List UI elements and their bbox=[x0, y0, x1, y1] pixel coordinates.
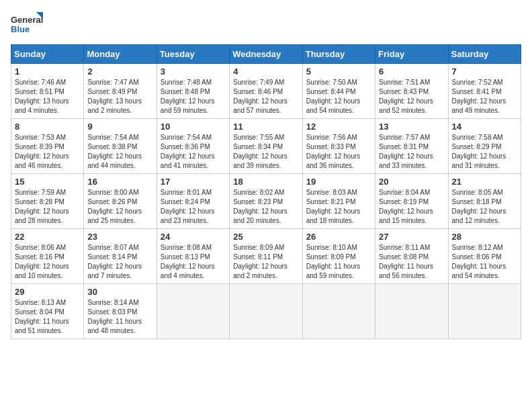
calendar-day-cell bbox=[157, 284, 229, 339]
day-number: 13 bbox=[379, 122, 444, 132]
day-of-week-header: Wednesday bbox=[230, 45, 302, 64]
day-info: Sunrise: 8:03 AMSunset: 8:21 PMDaylight:… bbox=[306, 188, 371, 226]
calendar-week-row: 8Sunrise: 7:53 AMSunset: 8:39 PMDaylight… bbox=[11, 119, 521, 174]
day-of-week-header: Saturday bbox=[448, 45, 521, 64]
day-of-week-header: Sunday bbox=[11, 45, 84, 64]
day-number: 12 bbox=[306, 122, 371, 132]
calendar-day-cell: 15Sunrise: 7:59 AMSunset: 8:28 PMDayligh… bbox=[11, 174, 84, 229]
calendar-table: SundayMondayTuesdayWednesdayThursdayFrid… bbox=[11, 44, 521, 339]
calendar-day-cell: 13Sunrise: 7:57 AMSunset: 8:31 PMDayligh… bbox=[375, 119, 448, 174]
calendar-day-cell: 7Sunrise: 7:52 AMSunset: 8:41 PMDaylight… bbox=[448, 64, 521, 119]
day-number: 25 bbox=[233, 232, 298, 242]
calendar-day-cell: 24Sunrise: 8:08 AMSunset: 8:13 PMDayligh… bbox=[157, 229, 229, 284]
day-number: 23 bbox=[87, 232, 152, 242]
calendar-day-cell bbox=[448, 284, 521, 339]
day-of-week-header: Friday bbox=[375, 45, 448, 64]
logo: General Blue bbox=[11, 11, 44, 38]
logo-svg: General Blue bbox=[11, 11, 44, 38]
calendar-day-cell: 17Sunrise: 8:01 AMSunset: 8:24 PMDayligh… bbox=[157, 174, 229, 229]
svg-text:General: General bbox=[11, 15, 43, 25]
day-number: 22 bbox=[15, 232, 80, 242]
day-number: 14 bbox=[452, 122, 517, 132]
calendar-day-cell: 29Sunrise: 8:13 AMSunset: 8:04 PMDayligh… bbox=[11, 284, 84, 339]
day-info: Sunrise: 8:14 AMSunset: 8:03 PMDaylight:… bbox=[87, 298, 152, 336]
day-info: Sunrise: 8:13 AMSunset: 8:04 PMDaylight:… bbox=[15, 298, 80, 336]
calendar-week-row: 15Sunrise: 7:59 AMSunset: 8:28 PMDayligh… bbox=[11, 174, 521, 229]
day-info: Sunrise: 8:11 AMSunset: 8:08 PMDaylight:… bbox=[379, 243, 444, 281]
day-info: Sunrise: 8:08 AMSunset: 8:13 PMDaylight:… bbox=[161, 243, 226, 281]
day-info: Sunrise: 8:02 AMSunset: 8:23 PMDaylight:… bbox=[233, 188, 298, 226]
day-number: 9 bbox=[87, 122, 152, 132]
day-info: Sunrise: 8:10 AMSunset: 8:09 PMDaylight:… bbox=[306, 243, 371, 281]
day-number: 26 bbox=[306, 232, 371, 242]
day-info: Sunrise: 8:09 AMSunset: 8:11 PMDaylight:… bbox=[233, 243, 298, 281]
day-info: Sunrise: 7:54 AMSunset: 8:36 PMDaylight:… bbox=[161, 133, 226, 171]
calendar-day-cell: 3Sunrise: 7:48 AMSunset: 8:48 PMDaylight… bbox=[157, 64, 229, 119]
day-of-week-header: Monday bbox=[84, 45, 157, 64]
day-info: Sunrise: 7:56 AMSunset: 8:33 PMDaylight:… bbox=[306, 133, 371, 171]
calendar-day-cell: 4Sunrise: 7:49 AMSunset: 8:46 PMDaylight… bbox=[230, 64, 302, 119]
day-number: 1 bbox=[15, 66, 80, 77]
day-info: Sunrise: 8:01 AMSunset: 8:24 PMDaylight:… bbox=[161, 188, 226, 226]
calendar-day-cell: 23Sunrise: 8:07 AMSunset: 8:14 PMDayligh… bbox=[84, 229, 157, 284]
calendar-day-cell: 16Sunrise: 8:00 AMSunset: 8:26 PMDayligh… bbox=[84, 174, 157, 229]
day-number: 7 bbox=[452, 66, 517, 77]
day-number: 21 bbox=[452, 177, 517, 187]
day-number: 30 bbox=[87, 287, 152, 297]
day-info: Sunrise: 7:54 AMSunset: 8:38 PMDaylight:… bbox=[87, 133, 152, 171]
day-info: Sunrise: 8:12 AMSunset: 8:06 PMDaylight:… bbox=[452, 243, 517, 281]
day-number: 3 bbox=[161, 66, 226, 77]
calendar-day-cell: 1Sunrise: 7:46 AMSunset: 8:51 PMDaylight… bbox=[11, 64, 84, 119]
calendar-day-cell: 11Sunrise: 7:55 AMSunset: 8:34 PMDayligh… bbox=[230, 119, 302, 174]
day-info: Sunrise: 8:07 AMSunset: 8:14 PMDaylight:… bbox=[87, 243, 152, 281]
day-info: Sunrise: 7:59 AMSunset: 8:28 PMDaylight:… bbox=[15, 188, 80, 226]
calendar-day-cell: 8Sunrise: 7:53 AMSunset: 8:39 PMDaylight… bbox=[11, 119, 84, 174]
svg-text:Blue: Blue bbox=[11, 24, 30, 34]
day-of-week-header: Tuesday bbox=[157, 45, 229, 64]
day-info: Sunrise: 7:46 AMSunset: 8:51 PMDaylight:… bbox=[15, 78, 80, 116]
calendar-day-cell: 14Sunrise: 7:58 AMSunset: 8:29 PMDayligh… bbox=[448, 119, 521, 174]
day-number: 15 bbox=[15, 177, 80, 187]
day-info: Sunrise: 8:00 AMSunset: 8:26 PMDaylight:… bbox=[87, 188, 152, 226]
calendar-week-row: 22Sunrise: 8:06 AMSunset: 8:16 PMDayligh… bbox=[11, 229, 521, 284]
calendar-day-cell: 5Sunrise: 7:50 AMSunset: 8:44 PMDaylight… bbox=[302, 64, 375, 119]
calendar-day-cell bbox=[375, 284, 448, 339]
day-info: Sunrise: 8:04 AMSunset: 8:19 PMDaylight:… bbox=[379, 188, 444, 226]
calendar-day-cell: 9Sunrise: 7:54 AMSunset: 8:38 PMDaylight… bbox=[84, 119, 157, 174]
day-number: 6 bbox=[379, 66, 444, 77]
day-number: 19 bbox=[306, 177, 371, 187]
day-info: Sunrise: 7:47 AMSunset: 8:49 PMDaylight:… bbox=[87, 78, 152, 116]
day-number: 20 bbox=[379, 177, 444, 187]
day-number: 28 bbox=[452, 232, 517, 242]
day-number: 10 bbox=[161, 122, 226, 132]
day-info: Sunrise: 7:51 AMSunset: 8:43 PMDaylight:… bbox=[379, 78, 444, 116]
calendar-day-cell: 27Sunrise: 8:11 AMSunset: 8:08 PMDayligh… bbox=[375, 229, 448, 284]
day-info: Sunrise: 7:49 AMSunset: 8:46 PMDaylight:… bbox=[233, 78, 298, 116]
day-info: Sunrise: 7:52 AMSunset: 8:41 PMDaylight:… bbox=[452, 78, 517, 116]
page-header: General Blue bbox=[11, 11, 521, 38]
day-info: Sunrise: 8:06 AMSunset: 8:16 PMDaylight:… bbox=[15, 243, 80, 281]
day-number: 24 bbox=[161, 232, 226, 242]
calendar-day-cell: 12Sunrise: 7:56 AMSunset: 8:33 PMDayligh… bbox=[302, 119, 375, 174]
day-info: Sunrise: 7:48 AMSunset: 8:48 PMDaylight:… bbox=[161, 78, 226, 116]
calendar-day-cell: 19Sunrise: 8:03 AMSunset: 8:21 PMDayligh… bbox=[302, 174, 375, 229]
day-number: 27 bbox=[379, 232, 444, 242]
calendar-day-cell: 2Sunrise: 7:47 AMSunset: 8:49 PMDaylight… bbox=[84, 64, 157, 119]
calendar-day-cell: 10Sunrise: 7:54 AMSunset: 8:36 PMDayligh… bbox=[157, 119, 229, 174]
calendar-day-cell: 6Sunrise: 7:51 AMSunset: 8:43 PMDaylight… bbox=[375, 64, 448, 119]
calendar-day-cell bbox=[302, 284, 375, 339]
day-info: Sunrise: 7:55 AMSunset: 8:34 PMDaylight:… bbox=[233, 133, 298, 171]
day-number: 18 bbox=[233, 177, 298, 187]
day-number: 4 bbox=[233, 66, 298, 77]
day-number: 17 bbox=[161, 177, 226, 187]
calendar-day-cell: 21Sunrise: 8:05 AMSunset: 8:18 PMDayligh… bbox=[448, 174, 521, 229]
calendar-day-cell: 25Sunrise: 8:09 AMSunset: 8:11 PMDayligh… bbox=[230, 229, 302, 284]
day-info: Sunrise: 7:53 AMSunset: 8:39 PMDaylight:… bbox=[15, 133, 80, 171]
day-info: Sunrise: 7:50 AMSunset: 8:44 PMDaylight:… bbox=[306, 78, 371, 116]
day-number: 11 bbox=[233, 122, 298, 132]
calendar-day-cell bbox=[230, 284, 302, 339]
day-info: Sunrise: 7:58 AMSunset: 8:29 PMDaylight:… bbox=[452, 133, 517, 171]
day-info: Sunrise: 7:57 AMSunset: 8:31 PMDaylight:… bbox=[379, 133, 444, 171]
day-of-week-header: Thursday bbox=[302, 45, 375, 64]
day-number: 2 bbox=[87, 66, 152, 77]
